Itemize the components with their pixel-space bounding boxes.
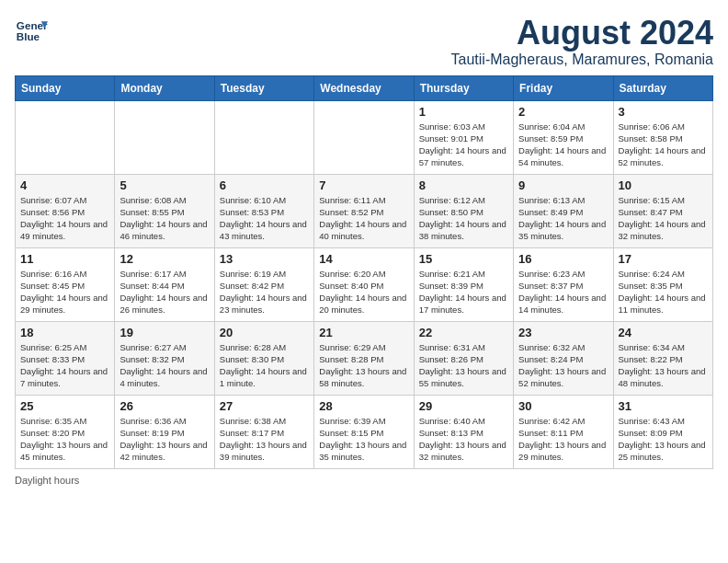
calendar-body: 1Sunrise: 6:03 AMSunset: 9:01 PMDaylight… [16, 100, 713, 468]
day-number: 8 [419, 178, 508, 192]
day-info: Sunrise: 6:25 AMSunset: 8:33 PMDaylight:… [20, 341, 109, 390]
day-number: 3 [619, 105, 708, 119]
day-info: Sunrise: 6:16 AMSunset: 8:45 PMDaylight:… [20, 268, 109, 316]
calendar-cell: 19Sunrise: 6:27 AMSunset: 8:32 PMDayligh… [115, 321, 214, 395]
calendar-cell: 5Sunrise: 6:08 AMSunset: 8:55 PMDaylight… [115, 174, 214, 247]
day-number: 27 [220, 399, 309, 413]
day-info: Sunrise: 6:29 AMSunset: 8:28 PMDaylight:… [319, 341, 408, 390]
day-info: Sunrise: 6:13 AMSunset: 8:49 PMDaylight:… [518, 194, 608, 243]
weekday-header: Sunday [16, 75, 115, 100]
day-number: 11 [20, 252, 109, 266]
calendar-cell: 11Sunrise: 6:16 AMSunset: 8:45 PMDayligh… [16, 247, 115, 321]
calendar-cell: 31Sunrise: 6:43 AMSunset: 8:09 PMDayligh… [613, 395, 712, 468]
day-number: 4 [20, 178, 109, 192]
calendar-cell: 6Sunrise: 6:10 AMSunset: 8:53 PMDaylight… [214, 174, 313, 247]
day-number: 7 [319, 178, 408, 192]
weekday-header: Wednesday [314, 75, 414, 100]
day-info: Sunrise: 6:15 AMSunset: 8:47 PMDaylight:… [619, 194, 708, 243]
day-info: Sunrise: 6:28 AMSunset: 8:30 PMDaylight:… [220, 341, 309, 390]
day-number: 16 [518, 252, 608, 266]
day-number: 10 [619, 178, 708, 192]
logo: General Blue [15, 15, 48, 48]
calendar-cell: 29Sunrise: 6:40 AMSunset: 8:13 PMDayligh… [414, 395, 513, 468]
day-number: 12 [119, 252, 209, 266]
day-number: 24 [619, 326, 708, 339]
calendar-cell: 23Sunrise: 6:32 AMSunset: 8:24 PMDayligh… [514, 321, 613, 395]
calendar-cell: 4Sunrise: 6:07 AMSunset: 8:56 PMDaylight… [16, 174, 115, 247]
calendar-cell: 16Sunrise: 6:23 AMSunset: 8:37 PMDayligh… [514, 247, 613, 321]
day-info: Sunrise: 6:20 AMSunset: 8:40 PMDaylight:… [319, 268, 408, 316]
footer-note: Daylight hours [15, 475, 713, 486]
day-number: 13 [220, 252, 309, 266]
day-info: Sunrise: 6:42 AMSunset: 8:11 PMDaylight:… [518, 415, 608, 464]
day-number: 21 [319, 326, 408, 339]
calendar-subtitle: Tautii-Magheraus, Maramures, Romania [451, 52, 713, 68]
day-info: Sunrise: 6:43 AMSunset: 8:09 PMDaylight:… [619, 415, 708, 464]
day-info: Sunrise: 6:10 AMSunset: 8:53 PMDaylight:… [220, 194, 309, 243]
day-info: Sunrise: 6:40 AMSunset: 8:13 PMDaylight:… [419, 415, 508, 464]
day-number: 20 [220, 326, 309, 339]
calendar-cell: 27Sunrise: 6:38 AMSunset: 8:17 PMDayligh… [214, 395, 313, 468]
calendar-cell: 7Sunrise: 6:11 AMSunset: 8:52 PMDaylight… [314, 174, 414, 247]
calendar-week-row: 1Sunrise: 6:03 AMSunset: 9:01 PMDaylight… [16, 100, 713, 174]
calendar-week-row: 11Sunrise: 6:16 AMSunset: 8:45 PMDayligh… [16, 247, 713, 321]
weekday-header: Tuesday [214, 75, 313, 100]
day-info: Sunrise: 6:07 AMSunset: 8:56 PMDaylight:… [20, 194, 109, 243]
day-number: 17 [619, 252, 708, 266]
weekday-header: Thursday [414, 75, 513, 100]
calendar-cell: 24Sunrise: 6:34 AMSunset: 8:22 PMDayligh… [613, 321, 712, 395]
calendar-cell: 26Sunrise: 6:36 AMSunset: 8:19 PMDayligh… [115, 395, 214, 468]
day-number: 19 [119, 326, 209, 339]
calendar-title: August 2024 [451, 15, 713, 52]
calendar-cell: 21Sunrise: 6:29 AMSunset: 8:28 PMDayligh… [314, 321, 414, 395]
day-info: Sunrise: 6:38 AMSunset: 8:17 PMDaylight:… [220, 415, 309, 464]
calendar-cell: 22Sunrise: 6:31 AMSunset: 8:26 PMDayligh… [414, 321, 513, 395]
svg-text:Blue: Blue [17, 30, 40, 42]
calendar-cell: 28Sunrise: 6:39 AMSunset: 8:15 PMDayligh… [314, 395, 414, 468]
day-number: 6 [220, 178, 309, 192]
day-number: 30 [518, 399, 608, 413]
calendar-cell [16, 100, 115, 174]
day-info: Sunrise: 6:11 AMSunset: 8:52 PMDaylight:… [319, 194, 408, 243]
calendar-table: SundayMondayTuesdayWednesdayThursdayFrid… [15, 75, 713, 469]
calendar-week-row: 25Sunrise: 6:35 AMSunset: 8:20 PMDayligh… [16, 395, 713, 468]
logo-icon: General Blue [15, 15, 48, 48]
calendar-cell: 3Sunrise: 6:06 AMSunset: 8:58 PMDaylight… [613, 100, 712, 174]
day-info: Sunrise: 6:19 AMSunset: 8:42 PMDaylight:… [220, 268, 309, 316]
weekday-header: Monday [115, 75, 214, 100]
day-info: Sunrise: 6:34 AMSunset: 8:22 PMDaylight:… [619, 341, 708, 390]
day-number: 28 [319, 399, 408, 413]
day-number: 25 [20, 399, 109, 413]
day-info: Sunrise: 6:17 AMSunset: 8:44 PMDaylight:… [119, 268, 209, 316]
day-info: Sunrise: 6:21 AMSunset: 8:39 PMDaylight:… [419, 268, 508, 316]
calendar-cell [214, 100, 313, 174]
day-number: 22 [419, 326, 508, 339]
day-info: Sunrise: 6:23 AMSunset: 8:37 PMDaylight:… [518, 268, 608, 316]
calendar-cell: 9Sunrise: 6:13 AMSunset: 8:49 PMDaylight… [514, 174, 613, 247]
calendar-cell: 30Sunrise: 6:42 AMSunset: 8:11 PMDayligh… [514, 395, 613, 468]
header: General Blue August 2024 Tautii-Magherau… [15, 15, 713, 68]
day-number: 29 [419, 399, 508, 413]
calendar-cell: 12Sunrise: 6:17 AMSunset: 8:44 PMDayligh… [115, 247, 214, 321]
calendar-cell: 18Sunrise: 6:25 AMSunset: 8:33 PMDayligh… [16, 321, 115, 395]
calendar-header: SundayMondayTuesdayWednesdayThursdayFrid… [16, 75, 713, 100]
calendar-cell: 1Sunrise: 6:03 AMSunset: 9:01 PMDaylight… [414, 100, 513, 174]
day-number: 31 [619, 399, 708, 413]
weekday-header: Saturday [613, 75, 712, 100]
day-info: Sunrise: 6:36 AMSunset: 8:19 PMDaylight:… [119, 415, 209, 464]
day-info: Sunrise: 6:06 AMSunset: 8:58 PMDaylight:… [619, 121, 708, 169]
day-info: Sunrise: 6:24 AMSunset: 8:35 PMDaylight:… [619, 268, 708, 316]
day-number: 9 [518, 178, 608, 192]
title-block: August 2024 Tautii-Magheraus, Maramures,… [451, 15, 713, 68]
weekday-header: Friday [514, 75, 613, 100]
calendar-cell: 15Sunrise: 6:21 AMSunset: 8:39 PMDayligh… [414, 247, 513, 321]
day-info: Sunrise: 6:39 AMSunset: 8:15 PMDaylight:… [319, 415, 408, 464]
day-info: Sunrise: 6:03 AMSunset: 9:01 PMDaylight:… [419, 121, 508, 169]
day-info: Sunrise: 6:27 AMSunset: 8:32 PMDaylight:… [119, 341, 209, 390]
day-number: 23 [518, 326, 608, 339]
calendar-cell: 8Sunrise: 6:12 AMSunset: 8:50 PMDaylight… [414, 174, 513, 247]
calendar-cell: 14Sunrise: 6:20 AMSunset: 8:40 PMDayligh… [314, 247, 414, 321]
calendar-cell: 20Sunrise: 6:28 AMSunset: 8:30 PMDayligh… [214, 321, 313, 395]
day-info: Sunrise: 6:35 AMSunset: 8:20 PMDaylight:… [20, 415, 109, 464]
day-info: Sunrise: 6:04 AMSunset: 8:59 PMDaylight:… [518, 121, 608, 169]
